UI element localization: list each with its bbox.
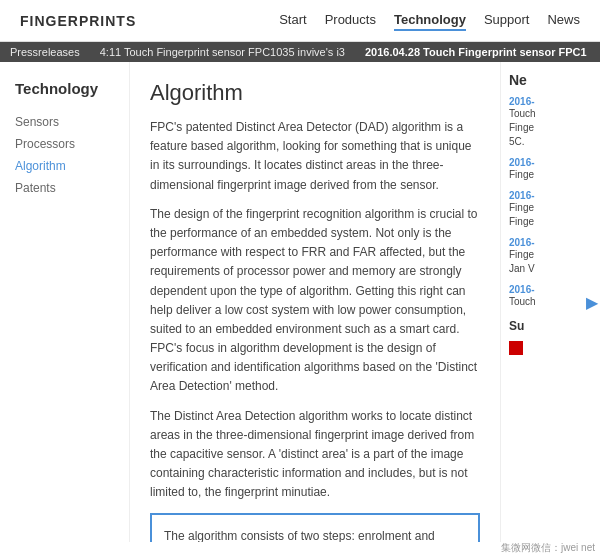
ticker-item-3: 2016.04.28 Touch Fingerprint sensor FPC1 [365,46,587,58]
right-sidebar-title: Ne [509,72,592,88]
ticker-item-1: Pressreleases [10,46,80,58]
news-date-2: 2016- [509,157,592,168]
sidebar-item-algorithm[interactable]: Algorithm [15,155,114,177]
scroll-right-arrow[interactable]: ▶ [586,293,598,312]
sidebar-item-sensors[interactable]: Sensors [15,111,114,133]
ticker-item-2: 4:11 Touch Fingerprint sensor FPC1035 in… [100,46,345,58]
news-date-1: 2016- [509,96,592,107]
news-item-2: 2016- Finge [509,157,592,182]
news-text-5: Touch [509,295,592,309]
content-para-2: The design of the fingerprint recognitio… [150,205,480,397]
sidebar-item-processors[interactable]: Processors [15,133,114,155]
logo: FINGERPRINTS [20,13,136,29]
highlighted-box: The algorithm consists of two steps: enr… [150,513,480,542]
footer-watermark: 集微网微信：jwei net [501,541,595,555]
nav-support[interactable]: Support [484,10,530,31]
subscribe-title: Su [509,319,592,333]
nav-start[interactable]: Start [279,10,306,31]
news-item-4: 2016- FingeJan V [509,237,592,276]
main-nav: Start Products Technology Support News [279,10,580,31]
nav-news[interactable]: News [547,10,580,31]
news-text-3: FingeFinge [509,201,592,229]
nav-products[interactable]: Products [325,10,376,31]
news-item-1: 2016- TouchFinge5C. [509,96,592,149]
news-text-2: Finge [509,168,592,182]
news-text-4: FingeJan V [509,248,592,276]
right-sidebar: Ne 2016- TouchFinge5C. 2016- Finge 2016-… [500,62,600,542]
news-text-1: TouchFinge5C. [509,107,592,149]
nav-technology[interactable]: Technology [394,10,466,31]
header: FINGERPRINTS Start Products Technology S… [0,0,600,42]
news-date-5: 2016- [509,284,592,295]
sidebar-item-patents[interactable]: Patents [15,177,114,199]
content-para-3: The Distinct Area Detection algorithm wo… [150,407,480,503]
content-para-1: FPC's patented Distinct Area Detector (D… [150,118,480,195]
sidebar-title: Technology [15,80,114,97]
subscribe-box[interactable] [509,341,523,355]
left-sidebar: Technology Sensors Processors Algorithm … [0,62,130,542]
news-date-3: 2016- [509,190,592,201]
main-content: Algorithm FPC's patented Distinct Area D… [130,62,500,542]
news-item-3: 2016- FingeFinge [509,190,592,229]
main-wrapper: Technology Sensors Processors Algorithm … [0,62,600,542]
news-date-4: 2016- [509,237,592,248]
page-title: Algorithm [150,80,480,106]
ticker-bar: Pressreleases 4:11 Touch Fingerprint sen… [0,42,600,62]
news-item-5: 2016- Touch [509,284,592,309]
